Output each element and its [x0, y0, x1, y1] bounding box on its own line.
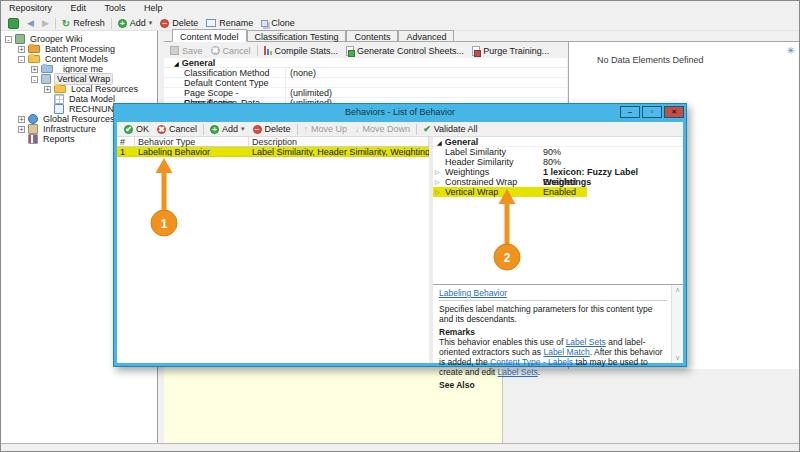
remarks-segment: This behavior enables this use of: [439, 337, 566, 347]
tab-advanced[interactable]: Advanced: [398, 30, 454, 41]
property-name: Default Content Type: [164, 78, 286, 87]
scroll-up-icon[interactable]: ∧: [675, 285, 680, 295]
property-row[interactable]: ▷ Weightings 1 lexicon: Fuzzy Label Weig…: [433, 167, 683, 177]
forward-icon: ▶: [42, 18, 49, 28]
add-button[interactable]: + Add ▾: [114, 17, 157, 30]
dialog-title-bar[interactable]: Behaviors - List of Behavior – ▫ ×: [114, 104, 686, 120]
behaviors-list: # Behavior Type Description 1 Labeling B…: [117, 137, 429, 363]
property-name: Header Similarity: [433, 157, 543, 167]
property-category[interactable]: ◢General: [164, 58, 567, 68]
dialog-cancel-button[interactable]: ✖ Cancel: [153, 123, 201, 136]
property-category[interactable]: ◢General: [433, 137, 683, 147]
tab-contents[interactable]: Contents: [346, 30, 398, 41]
generate-control-sheets-button[interactable]: Generate Control Sheets...: [342, 44, 468, 57]
dialog-delete-button[interactable]: − Delete: [249, 123, 295, 136]
property-value[interactable]: [286, 78, 567, 87]
tree-expander[interactable]: +: [44, 86, 51, 93]
label-sets-link[interactable]: Label Sets: [498, 367, 538, 377]
add-dropdown-icon: ▾: [149, 19, 153, 27]
property-row[interactable]: Page Scope - Classification (unlimited): [164, 88, 567, 98]
clone-button[interactable]: Clone: [257, 17, 299, 30]
dialog-add-button[interactable]: + Add ▾: [206, 123, 249, 136]
tab-strip: Content Model Classification Testing Con…: [164, 29, 799, 42]
globe-icon: [28, 114, 38, 124]
property-value[interactable]: Enabled: [543, 187, 683, 197]
move-up-button[interactable]: ↑ Move Up: [300, 123, 352, 136]
tree-expander[interactable]: +: [18, 46, 25, 53]
ok-button[interactable]: ✔ OK: [120, 123, 153, 136]
save-button[interactable]: Save: [166, 44, 207, 57]
maximize-button[interactable]: ▫: [642, 106, 662, 118]
menu-tools[interactable]: Tools: [105, 3, 126, 13]
back-button[interactable]: ◀: [23, 17, 38, 30]
property-value[interactable]: 90%: [543, 147, 683, 157]
purge-training-label: Purge Training...: [483, 46, 549, 56]
label-sets-link[interactable]: Label Sets: [566, 337, 606, 347]
move-down-button[interactable]: ↓ Move Down: [351, 123, 414, 136]
menu-edit[interactable]: Edit: [71, 3, 87, 13]
property-value[interactable]: 80%: [543, 157, 683, 167]
compile-stats-button[interactable]: Compile Stats...: [260, 44, 343, 57]
toolbar-separator: [416, 124, 417, 135]
forward-button[interactable]: ▶: [38, 17, 53, 30]
menu-help[interactable]: Help: [144, 3, 163, 13]
tree-expander[interactable]: -: [31, 76, 38, 83]
tree-item-grooper-wiki[interactable]: - Grooper Wiki: [1, 34, 157, 44]
delete-button[interactable]: − Delete: [156, 17, 202, 30]
menu-repository[interactable]: Repository: [9, 3, 52, 13]
column-number[interactable]: #: [117, 137, 135, 146]
tree-expander[interactable]: -: [18, 56, 25, 63]
tree-expander[interactable]: +: [18, 116, 25, 123]
property-row[interactable]: Default Content Type: [164, 78, 567, 88]
property-value[interactable]: (none): [286, 68, 567, 77]
tree-item-batch-processing[interactable]: + Batch Processing: [1, 44, 157, 54]
property-row-vertical-wrap[interactable]: ▷ Vertical Wrap Enabled: [433, 187, 683, 197]
panel-options-icon[interactable]: ✳: [787, 45, 795, 56]
rename-label: Rename: [219, 18, 253, 28]
help-scrollbar[interactable]: ∧ ∨: [671, 285, 683, 363]
property-row[interactable]: Classification Method (none): [164, 68, 567, 78]
cancel-button[interactable]: ✖ Cancel: [207, 44, 255, 57]
content-type-labels-link[interactable]: Content Type - Labels: [490, 357, 573, 367]
close-button[interactable]: ×: [664, 106, 684, 118]
expand-icon[interactable]: ▷: [435, 177, 440, 187]
dialog-toolbar: ✔ OK ✖ Cancel + Add ▾ − Delete ↑ Move Up: [117, 122, 683, 137]
column-description[interactable]: Description: [249, 137, 429, 146]
property-value[interactable]: (unlimited): [286, 88, 567, 97]
label-match-link[interactable]: Label Match: [543, 347, 589, 357]
save-label: Save: [182, 46, 203, 56]
behavior-help-link[interactable]: Labeling Behavior: [439, 288, 507, 298]
repository-root-icon: [15, 34, 25, 44]
column-behavior-type[interactable]: Behavior Type: [135, 137, 249, 146]
add-icon: +: [210, 125, 219, 134]
tree-item-content-models[interactable]: - Content Models: [1, 54, 157, 64]
validate-all-button[interactable]: ✔ Validate All: [419, 123, 481, 136]
row-description: Label Similarity, Header Similarity, Wei…: [249, 147, 429, 156]
property-value[interactable]: 1 lexicon: Fuzzy Label Weightings: [543, 167, 683, 177]
property-row[interactable]: Label Similarity 90%: [433, 147, 683, 157]
refresh-button[interactable]: ↻ Refresh: [58, 17, 109, 30]
tab-content-model[interactable]: Content Model: [172, 29, 247, 42]
tab-classification-testing[interactable]: Classification Testing: [247, 30, 347, 41]
tree-expander[interactable]: +: [31, 66, 38, 73]
save-icon: [170, 46, 179, 55]
list-header: # Behavior Type Description: [117, 137, 429, 147]
delete-label: Delete: [265, 124, 291, 134]
control-sheet-icon: [346, 46, 354, 56]
rename-button[interactable]: Rename: [202, 17, 257, 30]
property-row[interactable]: Header Similarity 80%: [433, 157, 683, 167]
behavior-row-selected[interactable]: 1 Labeling Behavior Label Similarity, He…: [117, 147, 429, 157]
tree-item-local-resources[interactable]: + Local Resources: [1, 84, 157, 94]
repository-button[interactable]: [4, 17, 23, 30]
scroll-down-icon[interactable]: ∨: [675, 353, 680, 363]
minimize-button[interactable]: –: [620, 106, 640, 118]
property-row[interactable]: ▷ Constrained Wrap Enabled: [433, 177, 683, 187]
tree-item-vertical-wrap[interactable]: - Vertical Wrap: [1, 74, 157, 84]
expand-icon[interactable]: ▷: [435, 167, 440, 177]
tree-expander[interactable]: -: [5, 36, 12, 43]
property-value[interactable]: Enabled: [543, 177, 683, 187]
purge-training-button[interactable]: Purge Training...: [468, 44, 553, 57]
tree-item-label: Batch Processing: [43, 44, 117, 54]
expand-icon[interactable]: ▷: [435, 187, 440, 197]
tree-expander[interactable]: +: [18, 126, 25, 133]
